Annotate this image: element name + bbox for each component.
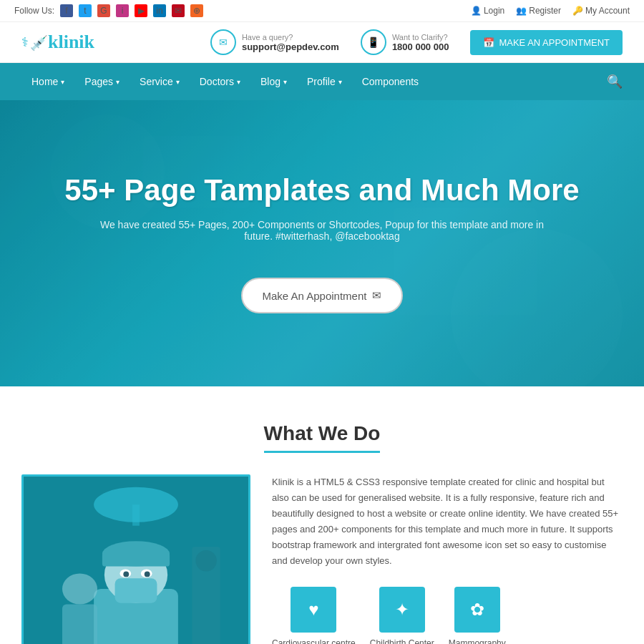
chevron-down-icon: ▾ bbox=[116, 78, 119, 86]
auth-links: 👤 Login 👥 Register 🔑 My Account bbox=[471, 6, 630, 16]
nav-blog[interactable]: Blog▾ bbox=[250, 63, 297, 100]
social-facebook[interactable]: f bbox=[60, 4, 73, 17]
nav-service[interactable]: Service▾ bbox=[130, 63, 190, 100]
social-instagram[interactable]: i bbox=[116, 4, 129, 17]
calendar-icon: 📅 bbox=[483, 37, 494, 48]
header-appointment-button[interactable]: 📅 MAKE AN APPOINTMENT bbox=[470, 30, 623, 55]
logo-text: 💉klinik bbox=[30, 31, 94, 53]
chevron-down-icon: ▾ bbox=[237, 78, 240, 86]
register-link[interactable]: 👥 Register bbox=[516, 6, 561, 16]
childbirth-icon-box: ✦ bbox=[379, 587, 425, 633]
top-bar: Follow Us: f t G i ▶ in ✉ ⊕ 👤 Login 👥 Re… bbox=[0, 0, 644, 22]
hero-appointment-button[interactable]: Make An Appointment ✉ bbox=[241, 278, 404, 313]
chevron-down-icon: ▾ bbox=[176, 78, 180, 86]
contact-email-text: Have a query? support@pepdev.com bbox=[242, 33, 339, 52]
nav-home[interactable]: Home▾ bbox=[21, 63, 74, 100]
hero-btn-label: Make An Appointment bbox=[263, 290, 367, 302]
service-childbirth: ✦ Childbirth Center bbox=[370, 587, 434, 644]
mammography-icon-box: ✿ bbox=[454, 587, 500, 633]
nav-profile[interactable]: Profile▾ bbox=[297, 63, 352, 100]
wwd-text-content: Klinik is a HTML5 & CSS3 responsive temp… bbox=[272, 474, 623, 644]
what-we-do-section: What We Do bbox=[0, 386, 644, 644]
search-button[interactable]: 🔍 bbox=[607, 74, 623, 89]
wwd-description: Klinik is a HTML5 & CSS3 responsive temp… bbox=[272, 474, 623, 570]
social-google[interactable]: G bbox=[97, 4, 110, 17]
hero-subtitle: We have created 55+ Pages, 200+ Componen… bbox=[93, 219, 551, 242]
childbirth-label: Childbirth Center bbox=[370, 638, 434, 644]
social-youtube[interactable]: ▶ bbox=[135, 4, 147, 17]
nav-links: Home▾ Pages▾ Service▾ Doctors▾ Blog▾ Pro… bbox=[21, 63, 429, 100]
social-links: Follow Us: f t G i ▶ in ✉ ⊕ bbox=[14, 4, 203, 17]
contact-phone-text: Want to Clarify? 1800 000 000 bbox=[392, 33, 449, 52]
svg-point-16 bbox=[123, 571, 129, 577]
account-icon: 🔑 bbox=[572, 6, 583, 16]
svg-rect-13 bbox=[115, 578, 157, 602]
wwd-image-container bbox=[21, 474, 250, 644]
services-row1: ♥ Cardiovascular centre ✦ Childbirth Cen… bbox=[272, 587, 623, 644]
login-link[interactable]: 👤 Login bbox=[471, 6, 504, 16]
wwd-image bbox=[21, 474, 250, 644]
wwd-content: Klinik is a HTML5 & CSS3 responsive temp… bbox=[21, 474, 623, 644]
flower-icon: ✿ bbox=[470, 600, 484, 620]
phone-icon: 📱 bbox=[361, 29, 386, 55]
section-title: What We Do bbox=[264, 422, 381, 453]
main-nav: Home▾ Pages▾ Service▾ Doctors▾ Blog▾ Pro… bbox=[0, 63, 644, 100]
site-header: ⚕ 💉klinik ✉ Have a query? support@pepdev… bbox=[0, 22, 644, 63]
section-title-wrap: What We Do bbox=[21, 422, 623, 453]
follow-label: Follow Us: bbox=[14, 6, 54, 16]
svg-point-17 bbox=[145, 571, 150, 577]
account-link[interactable]: 🔑 My Account bbox=[572, 6, 630, 16]
person-icon: ✦ bbox=[395, 600, 409, 620]
cardiovascular-icon-box: ♥ bbox=[291, 587, 336, 633]
logo[interactable]: ⚕ 💉klinik bbox=[21, 31, 94, 53]
svg-rect-8 bbox=[132, 504, 140, 525]
email-icon: ✉ bbox=[210, 29, 236, 55]
service-cardiovascular: ♥ Cardiovascular centre bbox=[272, 587, 356, 644]
cardiovascular-label: Cardiovascular centre bbox=[272, 638, 356, 644]
social-rss[interactable]: ⊕ bbox=[190, 4, 203, 17]
hero-title: 55+ Page Tamplates and Much More bbox=[64, 173, 579, 208]
logo-icon: ⚕ bbox=[21, 34, 29, 50]
svg-rect-19 bbox=[62, 605, 97, 644]
nav-doctors[interactable]: Doctors▾ bbox=[190, 63, 250, 100]
nav-components[interactable]: Components bbox=[352, 63, 429, 100]
hero-section: 55+ Page Tamplates and Much More We have… bbox=[0, 100, 644, 386]
social-twitter[interactable]: t bbox=[79, 4, 92, 17]
chevron-down-icon: ▾ bbox=[338, 78, 342, 86]
mammography-label: Mammography bbox=[449, 638, 506, 644]
chevron-down-icon: ▾ bbox=[61, 78, 64, 86]
nav-pages[interactable]: Pages▾ bbox=[74, 63, 130, 100]
chevron-down-icon: ▾ bbox=[283, 78, 287, 86]
social-pinterest[interactable]: ✉ bbox=[172, 4, 185, 17]
social-linkedin[interactable]: in bbox=[153, 4, 166, 17]
svg-point-18 bbox=[62, 573, 97, 604]
register-icon: 👥 bbox=[516, 6, 527, 16]
svg-point-21 bbox=[195, 550, 216, 571]
svg-rect-12 bbox=[102, 552, 170, 567]
envelope-icon: ✉ bbox=[372, 289, 381, 302]
hero-content: 55+ Page Tamplates and Much More We have… bbox=[64, 173, 579, 313]
service-mammography: ✿ Mammography bbox=[449, 587, 506, 644]
stethoscope-icon: ♥ bbox=[308, 600, 318, 620]
contact-email: ✉ Have a query? support@pepdev.com bbox=[210, 29, 339, 55]
contact-phone: 📱 Want to Clarify? 1800 000 000 bbox=[361, 29, 449, 55]
user-icon: 👤 bbox=[471, 6, 482, 16]
header-contact: ✉ Have a query? support@pepdev.com 📱 Wan… bbox=[210, 29, 623, 55]
